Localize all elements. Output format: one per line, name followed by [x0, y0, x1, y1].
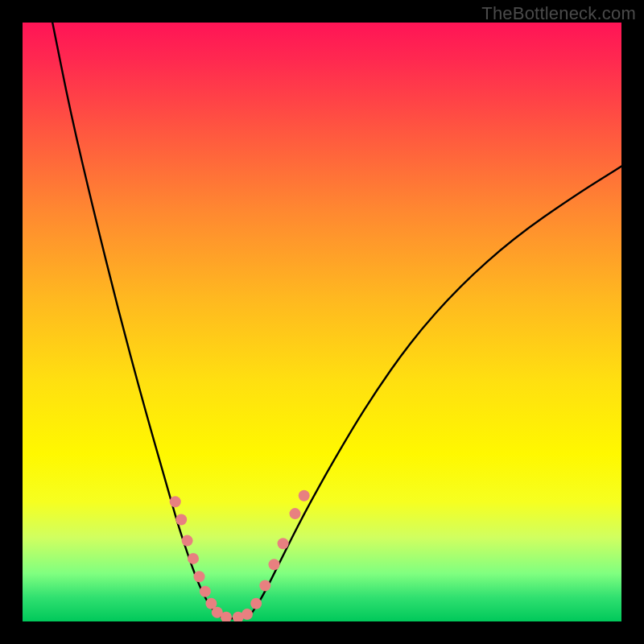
marker-dot	[259, 580, 270, 591]
marker-dot	[269, 559, 280, 570]
marker-dot	[290, 508, 301, 519]
marker-dot	[188, 553, 199, 564]
marker-dot	[299, 490, 310, 502]
marker-dot	[194, 571, 205, 582]
marker-dot	[182, 535, 193, 547]
marker-dot	[250, 598, 262, 609]
chart-svg	[23, 23, 621, 621]
marker-dot	[278, 538, 289, 549]
marker-dot	[170, 496, 181, 507]
marker-dot	[242, 609, 253, 620]
watermark-text: TheBottleneck.com	[481, 3, 636, 24]
bottleneck-curve	[52, 23, 621, 618]
marker-dot	[200, 586, 211, 597]
marker-dot	[175, 514, 187, 526]
curve-group	[52, 23, 621, 618]
marker-dots	[170, 490, 310, 621]
plot-area	[23, 23, 621, 621]
